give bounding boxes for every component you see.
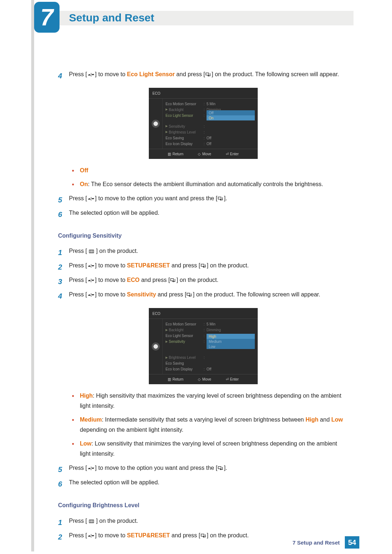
enter-icon [217, 466, 224, 471]
text: : The Eco sensor detects the ambient ill… [88, 181, 323, 187]
osd-foot-move: ◇Move [198, 376, 211, 383]
step: 4 Press [] to move to Sensitivity and pr… [58, 289, 348, 303]
svg-rect-9 [91, 279, 91, 282]
step-number: 2 [58, 260, 69, 274]
diamond-icon: ◇ [198, 151, 201, 157]
text: Press [ [69, 248, 89, 254]
step-number: 3 [58, 275, 69, 288]
osd-option: Medium [207, 339, 255, 344]
text: ] on the product. [176, 277, 219, 283]
text: Press [ [69, 195, 87, 201]
svg-rect-1 [206, 73, 209, 75]
triangle-icon: ▶ [166, 123, 168, 129]
osd-foot-enter: ⏎Enter [226, 376, 239, 383]
osd-dropdown-anchor: High Medium Low [207, 334, 255, 349]
text: Enter [230, 151, 239, 157]
step-body: Press [] to move to ECO and press [] on … [69, 275, 348, 288]
osd-row-active: ▶Sensitivity: High Medium Low [166, 338, 255, 344]
text: Enter [230, 376, 239, 383]
step-body: Press [] to move to SETUP&RESET and pres… [69, 260, 348, 274]
text: Return [172, 151, 183, 157]
menu-icon [89, 520, 94, 523]
osd-label: Eco Light Sensor [166, 112, 204, 119]
svg-rect-2 [91, 197, 91, 201]
bullet-list: Off On: The Eco sensor detects the ambie… [69, 165, 348, 189]
list-item: Medium: Intermediate sensitivity that se… [69, 415, 348, 435]
osd-option: Low [207, 344, 255, 349]
step-body: The selected option will be applied. [69, 477, 348, 491]
step-body: Press [] to move to Sensitivity and pres… [69, 289, 348, 303]
enter-icon [200, 264, 207, 268]
osd-row-active: Eco Light Sensor: Off On [166, 112, 255, 118]
menu-icon: ▥ [168, 376, 171, 383]
enter-icon [217, 197, 224, 201]
step: 6 The selected option will be applied. [58, 208, 348, 221]
text: ] on the product. [94, 518, 138, 524]
triangle-icon: ▶ [166, 339, 168, 344]
text: Move [202, 151, 211, 157]
osd-screenshot: ECO Eco Motion Sensor:5 Min ▶Backlight:D… [58, 308, 348, 384]
text: Move [202, 376, 211, 383]
step: 5 Press [] to move to the option you wan… [58, 463, 348, 476]
highlight: Low [80, 440, 91, 447]
step-body: Press [ ] on the product. [69, 246, 348, 259]
section-heading: Configuring Sensitivity [58, 230, 348, 241]
step-number: 6 [58, 477, 69, 491]
osd-title: ECO [149, 308, 258, 319]
step-body: Press [] to move to Eco Light Sensor and… [69, 69, 348, 83]
content: 4 Press [] to move to Eco Light Sensor a… [58, 69, 348, 545]
svg-rect-15 [89, 520, 94, 523]
svg-rect-14 [218, 467, 221, 469]
svg-rect-3 [218, 197, 221, 199]
step: 2 Press [] to move to SETUP&RESET and pr… [58, 260, 348, 274]
bullet-list: High: High sensitivity that maximizes th… [69, 391, 348, 459]
osd-value: Off [207, 140, 255, 147]
step-number: 4 [58, 289, 69, 303]
svg-rect-10 [171, 279, 173, 281]
svg-rect-7 [91, 264, 91, 268]
osd-label: Eco Icon Display [166, 140, 204, 147]
osd-screenshot: ECO Eco Motion Sensor:5 Min ▶Backlight:D… [58, 88, 348, 159]
text: ] to move to the option you want and pre… [95, 465, 217, 471]
text: Press [ [69, 518, 89, 524]
osd-foot-move: ◇Move [198, 151, 211, 157]
osd-label: ▶Sensitivity [166, 338, 204, 345]
highlight: ECO [127, 277, 140, 283]
text: : High sensitivity that maximizes the va… [80, 393, 341, 409]
text: Return [172, 376, 183, 383]
osd-label: Eco Icon Display [166, 366, 204, 373]
svg-rect-8 [201, 264, 204, 266]
osd-icon-col [149, 319, 163, 374]
page-number: 54 [345, 536, 359, 549]
text: ] on the product. The following screen w… [212, 71, 339, 77]
svg-rect-0 [91, 73, 91, 77]
step-number: 6 [58, 208, 69, 221]
osd-option-selected: On [207, 115, 255, 120]
text: ]. [224, 195, 227, 201]
step-number: 5 [58, 193, 69, 207]
osd-rows: Eco Motion Sensor:5 Min ▶Backlight:Dimmi… [163, 319, 258, 374]
enter-icon: ⏎ [226, 151, 229, 157]
step: 3 Press [] to move to ECO and press [] o… [58, 275, 348, 288]
triangle-icon: ▶ [166, 129, 168, 135]
step-number: 1 [58, 246, 69, 259]
osd-rows: Eco Motion Sensor:5 Min ▶Backlight:Dimmi… [163, 99, 258, 149]
list-item: High: High sensitivity that maximizes th… [69, 391, 348, 411]
osd-dropdown: Off On [207, 110, 255, 120]
osd-row: Eco Icon Display:Off [166, 141, 255, 147]
text: ] on the product. [94, 248, 138, 254]
text: and press [ [140, 277, 170, 283]
text: and press [ [175, 71, 205, 77]
step: 5 Press [] to move to the option you wan… [58, 193, 348, 207]
osd-foot-enter: ⏎Enter [226, 151, 239, 157]
page-footer: 7 Setup and Reset 54 [0, 536, 392, 549]
osd-menu: ECO Eco Motion Sensor:5 Min ▶Backlight:D… [149, 308, 258, 384]
svg-rect-19 [201, 534, 204, 536]
osd-option: Off [207, 110, 255, 115]
osd-option-selected: High [207, 334, 255, 339]
step-body: The selected option will be applied. [69, 208, 348, 221]
text: and press [ [156, 291, 187, 297]
highlight: Off [80, 167, 88, 173]
text: and press [ [170, 262, 200, 268]
osd-foot-return: ▥Return [168, 376, 183, 383]
